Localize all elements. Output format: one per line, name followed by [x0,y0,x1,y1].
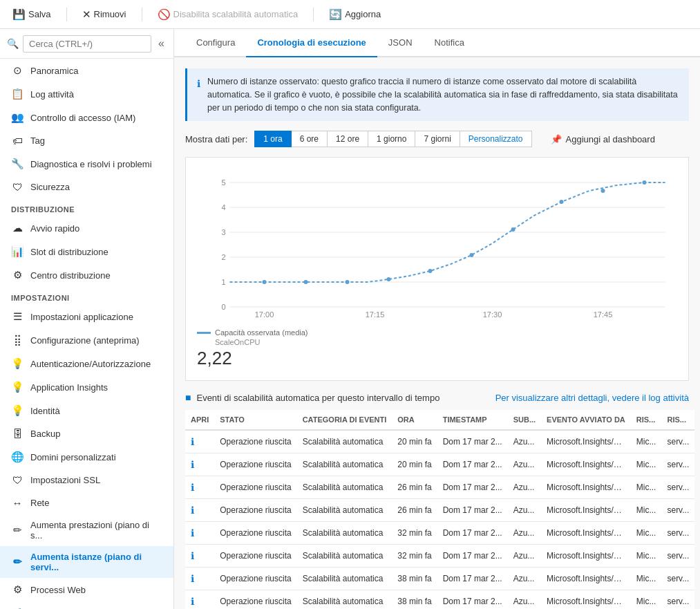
table-row[interactable]: ℹ Operazione riuscita Scalabilità automa… [185,499,694,522]
cell-apri[interactable]: ℹ [185,430,214,453]
sidebar-item-ssl[interactable]: 🛡 Impostazioni SSL [0,469,173,491]
time-btn-7giorni[interactable]: 7 giorni [415,131,460,147]
time-btn-1giorno[interactable]: 1 giorno [368,131,415,147]
cell-apri[interactable]: ℹ [185,453,214,476]
sidebar-item-identita[interactable]: 💡 Identità [0,399,173,422]
cell-apri[interactable]: ℹ [185,499,214,522]
sidebar-item-aumenta-prestazioni[interactable]: ✏ Aumenta prestazioni (piano di s... [0,514,173,546]
cell-ris2: serv... [661,545,694,568]
sidebar-item-tag[interactable]: 🏷 Tag [0,129,173,152]
sidebar-item-panoramica[interactable]: ⊙ Panoramica [0,59,173,82]
table-row[interactable]: ℹ Operazione riuscita Scalabilità automa… [185,453,694,476]
svg-point-20 [428,269,433,273]
cell-apri[interactable]: ℹ [185,545,214,568]
chart-svg: 5 4 3 2 1 0 17:00 17:15 17:30 17:45 [197,169,677,321]
svg-point-16 [263,280,267,284]
app-insights-icon: 💡 [11,381,23,393]
table-row[interactable]: ℹ Operazione riuscita Scalabilità automa… [185,430,694,453]
info-circle-icon[interactable]: ℹ [191,505,194,516]
time-btn-12ore[interactable]: 12 ore [327,131,368,147]
events-link[interactable]: Per visualizzare altri dettagli, vedere … [495,393,689,403]
table-row[interactable]: ℹ Operazione riuscita Scalabilità automa… [185,545,694,568]
sidebar-item-controllo-accesso[interactable]: 👥 Controllo di accesso (IAM) [0,106,173,129]
svg-text:17:45: 17:45 [594,310,613,319]
sidebar-item-sicurezza[interactable]: 🛡 Sicurezza [0,176,173,198]
cell-ris1: Mic... [631,522,662,545]
sidebar-item-rete[interactable]: ↔ Rete [0,491,173,514]
backup-icon: 🗄 [11,428,23,440]
info-circle-icon[interactable]: ℹ [191,550,194,561]
info-circle-icon[interactable]: ℹ [191,459,194,470]
time-btn-6ore[interactable]: 6 ore [291,131,328,147]
cell-apri[interactable]: ℹ [185,476,214,499]
cell-stato: Operazione riuscita [214,499,296,522]
toolbar: 💾 Salva ✕ Rimuovi 🚫 Disabilita scalabili… [0,0,700,29]
cell-apri[interactable]: ℹ [185,522,214,545]
time-btn-1ora[interactable]: 1 ora [254,131,291,147]
time-btn-personalizzato[interactable]: Personalizzato [460,131,532,147]
info-circle-icon[interactable]: ℹ [191,596,194,607]
col-stato: STATO [214,410,296,430]
remove-button[interactable]: ✕ Rimuovi [78,6,131,24]
sidebar-item-aumenta-istanze[interactable]: ✏ Aumenta istanze (piano di servi... [0,546,173,578]
cell-ora: 26 min fa [392,499,437,522]
sidebar-item-push[interactable]: 📣 Push [0,601,173,609]
refresh-button[interactable]: 🔄 Aggiorna [325,6,385,24]
col-ris1: RIS... [631,410,662,430]
info-circle-icon[interactable]: ℹ [191,573,194,584]
tab-cronologia[interactable]: Cronologia di esecuzione [246,29,377,57]
sidebar-item-avvio-rapido[interactable]: ☁ Avvio rapido [0,216,173,240]
sidebar-item-slot-distribuzione[interactable]: 📊 Slot di distribuzione [0,240,173,263]
avvio-rapido-icon: ☁ [11,222,23,234]
sidebar-item-autenticazione[interactable]: 💡 Autenticazione/Autorizzazione [0,352,173,375]
cell-evento: Microsoft.Insights/sca... [541,590,631,609]
sidebar-item-diagnostica[interactable]: 🔧 Diagnostica e risolvi i problemi [0,152,173,176]
tab-notifica[interactable]: Notifica [424,29,475,57]
add-dashboard-button[interactable]: 📌 Aggiungi al dashboard [545,131,661,147]
main-layout: 🔍 « ⊙ Panoramica 📋 Log attività 👥 Contro… [0,29,700,609]
tab-json[interactable]: JSON [377,29,424,57]
sidebar-item-application-insights[interactable]: 💡 Application Insights [0,375,173,399]
cell-sub: Azu... [508,453,541,476]
sidebar-item-configurazione[interactable]: ⣿ Configurazione (anteprima) [0,328,173,352]
cell-evento: Microsoft.Insights/sca... [541,453,631,476]
info-circle-icon[interactable]: ℹ [191,482,194,493]
table-row[interactable]: ℹ Operazione riuscita Scalabilità automa… [185,476,694,499]
sidebar-item-log-attivita[interactable]: 📋 Log attività [0,82,173,106]
info-circle-icon[interactable]: ℹ [191,527,194,538]
cell-evento: Microsoft.Insights/sca... [541,568,631,590]
cell-apri[interactable]: ℹ [185,568,214,590]
cell-ris1: Mic... [631,568,662,590]
svg-text:5: 5 [221,178,225,187]
cell-ora: 20 min fa [392,453,437,476]
sidebar-item-impostazioni-app[interactable]: ☰ Impostazioni applicazione [0,305,173,328]
table-row[interactable]: ℹ Operazione riuscita Scalabilità automa… [185,522,694,545]
info-circle-icon[interactable]: ℹ [191,436,194,447]
cell-apri[interactable]: ℹ [185,590,214,609]
cell-evento: Microsoft.Insights/sca... [541,545,631,568]
tab-configura[interactable]: Configura [185,29,246,57]
info-icon: ℹ [197,77,200,114]
cell-ora: 32 min fa [392,545,437,568]
centro-icon: ⚙ [11,269,23,281]
domini-icon: 🌐 [11,451,23,463]
sidebar-item-processi-web[interactable]: ⚙ Processi Web [0,578,173,601]
cell-categoria: Scalabilità automatica [297,453,392,476]
save-button[interactable]: 💾 Salva [8,6,55,24]
sidebar-item-domini[interactable]: 🌐 Domini personalizzati [0,445,173,469]
sidebar-collapse-button[interactable]: « [155,35,167,53]
svg-text:3: 3 [221,228,225,236]
table-row[interactable]: ℹ Operazione riuscita Scalabilità automa… [185,568,694,590]
diagnostica-icon: 🔧 [11,158,23,170]
istanze-icon: ✏ [11,556,23,568]
disable-button[interactable]: 🚫 Disabilita scalabilità automatica [153,6,303,24]
table-row[interactable]: ℹ Operazione riuscita Scalabilità automa… [185,590,694,609]
remove-icon: ✕ [82,8,91,21]
sidebar-item-centro-distribuzione[interactable]: ⚙ Centro distribuzione [0,263,173,287]
svg-text:1: 1 [221,278,225,286]
sidebar-item-backup[interactable]: 🗄 Backup [0,422,173,445]
search-input[interactable] [23,35,151,53]
col-categoria: CATEGORIA DI EVENTI [297,410,392,430]
cell-ris2: serv... [661,568,694,590]
section-impostazioni: Impostazioni [0,287,173,305]
